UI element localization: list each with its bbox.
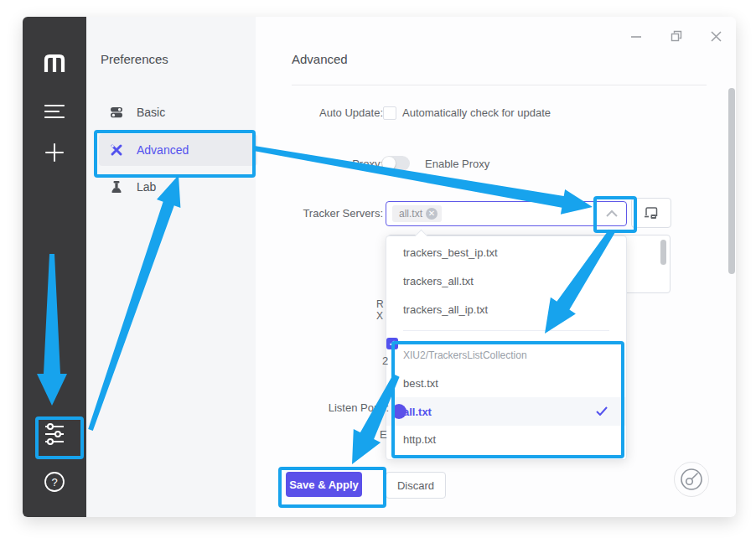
sync-icon xyxy=(643,205,660,220)
proxy-option-label: Enable Proxy xyxy=(425,158,489,170)
obscured-text-fragment: R xyxy=(376,298,384,310)
annotation-box-tracker-group xyxy=(391,341,624,458)
dropdown-item-label: trackers_all.txt xyxy=(403,275,474,287)
auto-update-label: Auto Update: xyxy=(241,106,383,119)
nav-item-label: Lab xyxy=(137,180,156,194)
dropdown-item[interactable]: trackers_all_ip.txt xyxy=(386,295,626,323)
svg-text:?: ? xyxy=(51,476,57,489)
page-title: Advanced xyxy=(292,52,348,66)
tracker-servers-label: Tracker Servers: xyxy=(241,207,383,220)
restore-window-button[interactable] xyxy=(667,27,686,45)
annotation-box-preferences-icon xyxy=(35,416,84,459)
auto-update-checkbox[interactable] xyxy=(383,106,396,120)
dropdown-item[interactable]: trackers_best_ip.txt xyxy=(386,238,626,266)
textarea-scrollbar[interactable] xyxy=(660,240,666,265)
annotation-box-save-button xyxy=(278,467,386,508)
dropdown-item-label: trackers_all_ip.txt xyxy=(403,303,488,316)
obscured-text-fragment: 2 xyxy=(382,354,388,367)
proxy-toggle[interactable] xyxy=(381,156,410,171)
basic-icon xyxy=(110,106,123,119)
discard-button[interactable]: Discard xyxy=(386,472,446,499)
app-window: ? Preferences Basic Adv xyxy=(23,17,736,517)
annotation-box-chevron xyxy=(593,196,637,233)
minimize-button[interactable] xyxy=(627,27,645,45)
screenshot-page: ? Preferences Basic Adv xyxy=(0,0,756,538)
dropdown-item-label: trackers_best_ip.txt xyxy=(403,246,498,259)
auto-update-option-label: Automatically check for update xyxy=(402,106,551,119)
annotation-box-advanced xyxy=(94,130,256,178)
help-icon[interactable]: ? xyxy=(23,471,86,493)
listen-ports-label: Listen Ports: xyxy=(246,401,389,414)
speed-gauge-button[interactable] xyxy=(674,462,709,497)
nav-item-label: Basic xyxy=(137,106,165,119)
preferences-title: Preferences xyxy=(101,52,168,66)
speedometer-icon xyxy=(679,467,704,492)
close-button[interactable] xyxy=(707,27,725,45)
tag-label: all.txt xyxy=(399,208,422,220)
preferences-nav: Preferences Basic Advanced xyxy=(86,17,256,517)
dropdown-item[interactable]: trackers_all.txt xyxy=(386,266,626,295)
tracker-servers-select[interactable]: all.txt ✕ xyxy=(386,201,627,226)
nav-item-basic[interactable]: Basic xyxy=(99,96,257,128)
sync-trackers-button[interactable] xyxy=(631,198,671,228)
window-scrollbar[interactable] xyxy=(728,88,735,274)
dropdown-divider xyxy=(403,330,609,331)
toggle-knob xyxy=(382,157,396,170)
selected-tracker-tag: all.txt ✕ xyxy=(392,205,442,222)
add-task-icon[interactable] xyxy=(23,142,86,163)
task-list-icon[interactable] xyxy=(23,103,86,120)
proxy-label: Proxy: xyxy=(241,158,383,170)
lab-icon xyxy=(110,180,123,194)
title-divider xyxy=(292,85,707,85)
obscured-text-fragment: X xyxy=(376,310,383,322)
motrix-logo-icon xyxy=(23,53,86,73)
obscured-text-fragment: E xyxy=(380,428,387,441)
tag-close-icon[interactable]: ✕ xyxy=(426,208,438,220)
